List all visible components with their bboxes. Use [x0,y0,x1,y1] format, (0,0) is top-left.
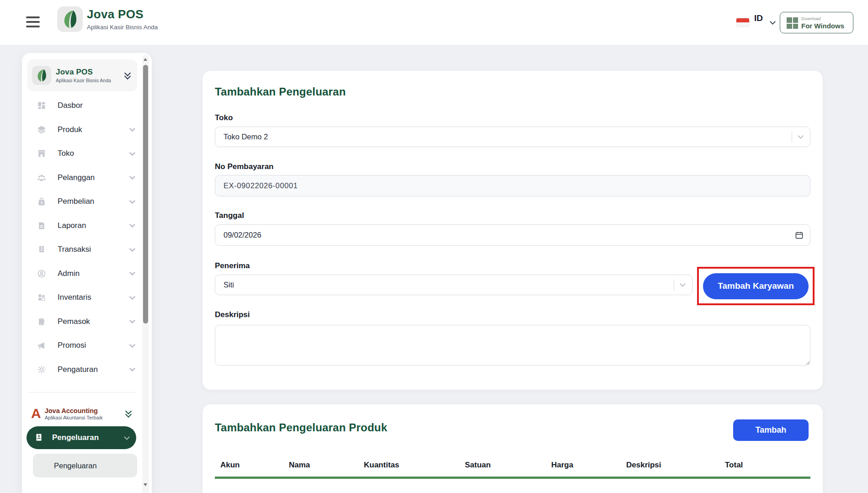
app-tagline: Aplikasi Kasir Bisnis Anda [87,24,158,31]
sidebar-divider [28,392,136,392]
sidebar-item-admin[interactable]: Admin [27,262,138,286]
indonesia-flag-icon [736,18,750,27]
column-header-harga: Harga [551,461,573,470]
app-title: Jova POS [87,7,144,21]
accounting-name: Jova Accounting [45,407,103,414]
column-header-nama: Nama [289,461,310,470]
table-header-rule [215,477,810,479]
chevron-down-icon[interactable] [680,281,686,287]
store-icon [37,149,47,158]
svg-text:$: $ [38,434,40,438]
language-selector-label[interactable]: ID [754,13,763,23]
sidebar-item-dasbor[interactable]: Dasbor [27,94,138,118]
svg-text:$: $ [41,201,43,205]
column-header-kuantitas: Kuantitas [364,461,399,470]
expense-form-card: Tambahkan Pengeluaran Toko Toko Demo 2 N… [202,71,823,390]
chevron-down-icon [129,222,135,228]
chevron-down-icon[interactable] [798,133,804,139]
chevron-down-icon [129,342,135,348]
accounting-tagline: Aplikasi Akuntansi Terbaik [45,415,103,420]
column-header-total: Total [725,461,743,470]
chevron-down-icon [129,270,135,276]
sidebar-item-inventaris[interactable]: Inventaris [27,286,138,310]
hamburger-menu-icon[interactable] [26,16,41,28]
chevron-down-icon [129,318,135,323]
chevron-down-icon [129,246,135,252]
tambah-button[interactable]: Tambah [733,419,809,441]
product-expense-card: Tambahkan Pengeluaran Produk Tambah Akun… [202,404,823,493]
toko-select[interactable]: Toko Demo 2 [215,127,810,147]
chevron-down-icon [129,126,135,132]
toko-label: Toko [215,113,233,122]
tambah-karyawan-button[interactable]: Tambah Karyawan [703,273,809,299]
penerima-label: Penerima [215,261,250,270]
sidebar-item-pemasok[interactable]: Pemasok [27,310,138,334]
chevron-down-icon [129,366,135,371]
deskripsi-textarea[interactable] [215,325,810,366]
download-for-windows-button[interactable]: Download For Windows [780,12,853,33]
calendar-icon[interactable] [795,231,804,239]
svg-text:$: $ [41,246,43,250]
supplier-clipboard-icon [37,317,47,326]
scrollbar-down-arrow[interactable] [144,483,147,486]
leaf-logo-icon [62,10,78,28]
customers-icon [37,173,47,182]
settings-gear-icon [37,365,47,374]
scrollbar-thumb[interactable] [143,65,148,323]
app: Jova POS Aplikasi Kasir Bisnis Anda ID D… [0,0,868,493]
sidebar-item-promosi[interactable]: Promosi [27,334,138,358]
report-document-icon [37,221,47,230]
select-separator [674,280,674,291]
jova-pos-logo [32,66,51,85]
column-header-akun: Akun [220,461,240,470]
dashboard-icon [37,101,47,110]
chevron-down-icon [129,150,135,156]
top-header: Jova POS Aplikasi Kasir Bisnis Anda ID D… [0,0,868,45]
admin-user-icon [37,269,47,278]
product-layers-icon [37,125,47,134]
sidebar-item-transaksi[interactable]: $ Transaksi [27,238,138,262]
product-expense-title: Tambahkan Pengeluaran Produk [215,421,387,434]
chevron-down-icon [129,198,135,204]
chevron-down-icon [129,174,135,180]
jova-accounting-logo: A [31,407,41,420]
sidebar-item-pengaturan[interactable]: Pengaturan [27,358,138,382]
column-header-deskripsi: Deskripsi [626,461,661,470]
no-pembayaran-input[interactable]: EX-09022026-00001 [215,175,810,196]
sidebar-subitem-pengeluaran[interactable]: Pengeluaran [33,454,137,477]
sidebar-item-toko[interactable]: Toko [27,142,138,166]
sidebar-item-pelanggan[interactable]: Pelanggan [27,166,138,190]
sidebar-brand-tagline: Aplikasi Kasir Bisnis Anda [56,78,111,83]
deskripsi-label: Deskripsi [215,310,250,319]
sidebar-item-produk[interactable]: Produk [27,118,138,142]
transaction-receipt-icon: $ [37,245,47,254]
double-chevron-down-icon[interactable] [125,71,132,80]
annotation-highlight-box: Tambah Karyawan [697,267,815,305]
sidebar-item-laporan[interactable]: Laporan [27,214,138,238]
download-target-label: For Windows [801,22,844,30]
sidebar-accounting-card[interactable]: A Jova Accounting Aplikasi Akuntansi Ter… [27,402,137,425]
windows-logo-icon [787,17,798,29]
sidebar-item-pengeluaran-active[interactable]: $ Pengeluaran [27,426,136,449]
inventory-boxes-icon [37,293,47,302]
sidebar-nav: Dasbor Produk Toko Pelanggan [27,94,138,382]
chevron-down-icon[interactable] [770,19,776,25]
sidebar-item-pembelian[interactable]: $ Pembelian [27,190,138,214]
tanggal-date-input[interactable]: 09/02/2026 [215,224,810,246]
chevron-down-icon [124,434,130,440]
download-label: Download [801,16,820,21]
purchase-bag-icon: $ [37,197,47,206]
jova-pos-logo [57,6,83,32]
tanggal-label: Tanggal [215,211,244,220]
no-pembayaran-label: No Pembayaran [215,162,274,171]
sidebar-brand-name: Jova POS [56,68,111,77]
sidebar-scrollbar[interactable] [142,55,149,493]
double-chevron-down-icon[interactable] [126,409,133,418]
sidebar-brand-card[interactable]: Jova POS Aplikasi Kasir Bisnis Anda [27,59,137,91]
promo-megaphone-icon [37,341,47,350]
penerima-select[interactable]: Siti [215,275,692,295]
chevron-down-icon [129,294,135,300]
scrollbar-up-arrow[interactable] [144,58,147,61]
select-separator [792,132,792,143]
expense-form-title: Tambahkan Pengeluaran [215,85,346,98]
